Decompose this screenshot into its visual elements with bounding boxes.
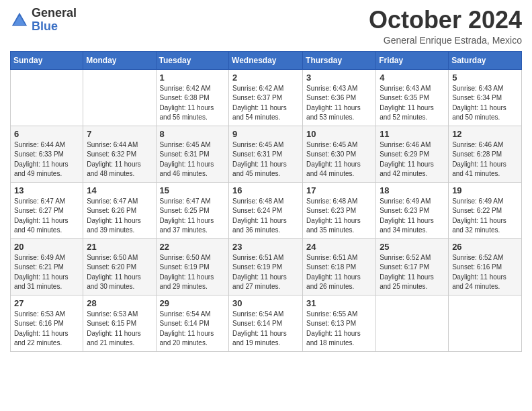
day-detail: Sunrise: 6:44 AM Sunset: 6:33 PM Dayligh… bbox=[14, 140, 79, 179]
calendar-cell: 18Sunrise: 6:49 AM Sunset: 6:23 PM Dayli… bbox=[376, 182, 449, 238]
day-number: 15 bbox=[160, 185, 226, 195]
calendar-cell: 20Sunrise: 6:49 AM Sunset: 6:21 PM Dayli… bbox=[11, 238, 83, 295]
day-detail: Sunrise: 6:53 AM Sunset: 6:15 PM Dayligh… bbox=[87, 310, 152, 349]
calendar-cell: 26Sunrise: 6:52 AM Sunset: 6:16 PM Dayli… bbox=[449, 238, 522, 295]
day-number: 26 bbox=[452, 242, 518, 252]
calendar-cell: 21Sunrise: 6:50 AM Sunset: 6:20 PM Dayli… bbox=[83, 238, 156, 295]
calendar-cell: 24Sunrise: 6:51 AM Sunset: 6:18 PM Dayli… bbox=[303, 238, 376, 295]
day-number: 10 bbox=[306, 129, 372, 139]
day-number: 9 bbox=[232, 129, 299, 139]
calendar-cell: 16Sunrise: 6:48 AM Sunset: 6:24 PM Dayli… bbox=[229, 182, 303, 238]
day-number: 18 bbox=[380, 185, 445, 195]
day-number: 21 bbox=[87, 242, 152, 252]
calendar-cell: 28Sunrise: 6:53 AM Sunset: 6:15 PM Dayli… bbox=[83, 295, 156, 351]
calendar-cell: 7Sunrise: 6:44 AM Sunset: 6:32 PM Daylig… bbox=[83, 126, 156, 182]
calendar-cell: 22Sunrise: 6:50 AM Sunset: 6:19 PM Dayli… bbox=[156, 238, 229, 295]
calendar-cell: 6Sunrise: 6:44 AM Sunset: 6:33 PM Daylig… bbox=[11, 126, 83, 182]
week-row-1: 1Sunrise: 6:42 AM Sunset: 6:38 PM Daylig… bbox=[11, 69, 522, 126]
day-detail: Sunrise: 6:46 AM Sunset: 6:28 PM Dayligh… bbox=[452, 140, 518, 179]
week-row-3: 13Sunrise: 6:47 AM Sunset: 6:27 PM Dayli… bbox=[11, 182, 522, 238]
day-detail: Sunrise: 6:43 AM Sunset: 6:35 PM Dayligh… bbox=[380, 84, 445, 123]
title-block: October 2024 General Enrique Estrada, Me… bbox=[369, 7, 522, 46]
day-number: 23 bbox=[232, 242, 299, 252]
week-row-5: 27Sunrise: 6:53 AM Sunset: 6:16 PM Dayli… bbox=[11, 295, 522, 351]
day-number: 13 bbox=[14, 185, 79, 195]
day-detail: Sunrise: 6:45 AM Sunset: 6:30 PM Dayligh… bbox=[306, 140, 372, 179]
day-number: 2 bbox=[232, 73, 299, 83]
calendar-cell: 15Sunrise: 6:47 AM Sunset: 6:25 PM Dayli… bbox=[156, 182, 229, 238]
day-number: 14 bbox=[87, 185, 152, 195]
day-number: 29 bbox=[160, 298, 226, 308]
weekday-sunday: Sunday bbox=[11, 51, 83, 69]
day-number: 25 bbox=[380, 242, 445, 252]
day-detail: Sunrise: 6:49 AM Sunset: 6:23 PM Dayligh… bbox=[380, 197, 445, 236]
day-detail: Sunrise: 6:54 AM Sunset: 6:14 PM Dayligh… bbox=[232, 310, 299, 349]
day-number: 16 bbox=[232, 185, 299, 195]
day-detail: Sunrise: 6:43 AM Sunset: 6:36 PM Dayligh… bbox=[306, 84, 372, 123]
day-detail: Sunrise: 6:47 AM Sunset: 6:26 PM Dayligh… bbox=[87, 197, 152, 236]
calendar-cell: 12Sunrise: 6:46 AM Sunset: 6:28 PM Dayli… bbox=[449, 126, 522, 182]
day-detail: Sunrise: 6:48 AM Sunset: 6:23 PM Dayligh… bbox=[306, 197, 372, 236]
logo: General Blue bbox=[10, 7, 77, 34]
calendar-cell: 11Sunrise: 6:46 AM Sunset: 6:29 PM Dayli… bbox=[376, 126, 449, 182]
day-detail: Sunrise: 6:49 AM Sunset: 6:22 PM Dayligh… bbox=[452, 197, 518, 236]
day-detail: Sunrise: 6:51 AM Sunset: 6:19 PM Dayligh… bbox=[232, 253, 299, 292]
day-detail: Sunrise: 6:49 AM Sunset: 6:21 PM Dayligh… bbox=[14, 253, 79, 292]
day-detail: Sunrise: 6:42 AM Sunset: 6:37 PM Dayligh… bbox=[232, 84, 299, 123]
day-number: 30 bbox=[232, 298, 299, 308]
day-number: 20 bbox=[14, 242, 79, 252]
weekday-friday: Friday bbox=[376, 51, 449, 69]
day-detail: Sunrise: 6:53 AM Sunset: 6:16 PM Dayligh… bbox=[14, 310, 79, 349]
weekday-monday: Monday bbox=[83, 51, 156, 69]
week-row-2: 6Sunrise: 6:44 AM Sunset: 6:33 PM Daylig… bbox=[11, 126, 522, 182]
day-detail: Sunrise: 6:50 AM Sunset: 6:19 PM Dayligh… bbox=[160, 253, 226, 292]
day-number: 12 bbox=[452, 129, 518, 139]
calendar-cell bbox=[11, 69, 83, 126]
day-detail: Sunrise: 6:48 AM Sunset: 6:24 PM Dayligh… bbox=[232, 197, 299, 236]
calendar-table: SundayMondayTuesdayWednesdayThursdayFrid… bbox=[10, 51, 522, 352]
day-detail: Sunrise: 6:44 AM Sunset: 6:32 PM Dayligh… bbox=[87, 140, 152, 179]
day-number: 7 bbox=[87, 129, 152, 139]
week-row-4: 20Sunrise: 6:49 AM Sunset: 6:21 PM Dayli… bbox=[11, 238, 522, 295]
calendar-cell: 1Sunrise: 6:42 AM Sunset: 6:38 PM Daylig… bbox=[156, 69, 229, 126]
calendar-cell: 2Sunrise: 6:42 AM Sunset: 6:37 PM Daylig… bbox=[229, 69, 303, 126]
day-detail: Sunrise: 6:47 AM Sunset: 6:27 PM Dayligh… bbox=[14, 197, 79, 236]
calendar-cell: 19Sunrise: 6:49 AM Sunset: 6:22 PM Dayli… bbox=[449, 182, 522, 238]
day-detail: Sunrise: 6:55 AM Sunset: 6:13 PM Dayligh… bbox=[306, 310, 372, 349]
month-title: October 2024 bbox=[369, 7, 522, 34]
day-number: 6 bbox=[14, 129, 79, 139]
day-detail: Sunrise: 6:50 AM Sunset: 6:20 PM Dayligh… bbox=[87, 253, 152, 292]
day-number: 27 bbox=[14, 298, 79, 308]
day-detail: Sunrise: 6:43 AM Sunset: 6:34 PM Dayligh… bbox=[452, 84, 518, 123]
day-detail: Sunrise: 6:51 AM Sunset: 6:18 PM Dayligh… bbox=[306, 253, 372, 292]
day-detail: Sunrise: 6:52 AM Sunset: 6:17 PM Dayligh… bbox=[380, 253, 445, 292]
calendar-cell: 4Sunrise: 6:43 AM Sunset: 6:35 PM Daylig… bbox=[376, 69, 449, 126]
day-number: 22 bbox=[160, 242, 226, 252]
day-number: 28 bbox=[87, 298, 152, 308]
day-detail: Sunrise: 6:42 AM Sunset: 6:38 PM Dayligh… bbox=[160, 84, 226, 123]
day-detail: Sunrise: 6:45 AM Sunset: 6:31 PM Dayligh… bbox=[232, 140, 299, 179]
calendar-cell bbox=[376, 295, 449, 351]
day-number: 8 bbox=[160, 129, 226, 139]
calendar-cell: 17Sunrise: 6:48 AM Sunset: 6:23 PM Dayli… bbox=[303, 182, 376, 238]
calendar-cell: 29Sunrise: 6:54 AM Sunset: 6:14 PM Dayli… bbox=[156, 295, 229, 351]
weekday-wednesday: Wednesday bbox=[229, 51, 303, 69]
day-number: 1 bbox=[160, 73, 226, 83]
day-number: 4 bbox=[380, 73, 445, 83]
calendar-cell: 31Sunrise: 6:55 AM Sunset: 6:13 PM Dayli… bbox=[303, 295, 376, 351]
day-number: 5 bbox=[452, 73, 518, 83]
weekday-saturday: Saturday bbox=[449, 51, 522, 69]
page-header: General Blue October 2024 General Enriqu… bbox=[10, 7, 522, 46]
calendar-cell: 14Sunrise: 6:47 AM Sunset: 6:26 PM Dayli… bbox=[83, 182, 156, 238]
calendar-cell: 8Sunrise: 6:45 AM Sunset: 6:31 PM Daylig… bbox=[156, 126, 229, 182]
day-number: 19 bbox=[452, 185, 518, 195]
calendar-cell: 30Sunrise: 6:54 AM Sunset: 6:14 PM Dayli… bbox=[229, 295, 303, 351]
calendar-cell bbox=[83, 69, 156, 126]
calendar-cell: 13Sunrise: 6:47 AM Sunset: 6:27 PM Dayli… bbox=[11, 182, 83, 238]
day-number: 11 bbox=[380, 129, 445, 139]
logo-text: General Blue bbox=[32, 7, 77, 34]
day-detail: Sunrise: 6:52 AM Sunset: 6:16 PM Dayligh… bbox=[452, 253, 518, 292]
day-number: 17 bbox=[306, 185, 372, 195]
calendar-body: 1Sunrise: 6:42 AM Sunset: 6:38 PM Daylig… bbox=[11, 69, 522, 351]
calendar-cell bbox=[449, 295, 522, 351]
